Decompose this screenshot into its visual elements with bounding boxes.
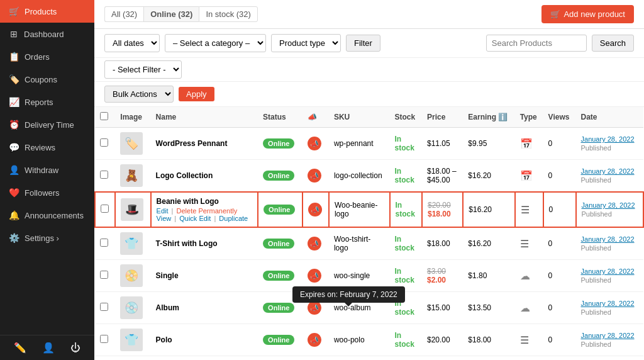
products-icon: 🛒 bbox=[9, 6, 19, 16]
product-image: 💿 bbox=[120, 296, 143, 319]
product-sku: woo-polo bbox=[329, 324, 390, 356]
sidebar-item-label: Announcements bbox=[25, 211, 84, 220]
product-price: $20.00 $18.00 bbox=[422, 192, 463, 227]
category-filter[interactable]: – Select a category – bbox=[165, 34, 266, 52]
type-icon-calendar: 📅 bbox=[520, 171, 533, 181]
select-filter[interactable]: - Select Filter - bbox=[104, 60, 182, 79]
sidebar-item-label: Settings › bbox=[25, 233, 59, 243]
sidebar-item-settings[interactable]: ⚙️ Settings › bbox=[0, 227, 94, 249]
product-views: 0 bbox=[543, 324, 576, 356]
status-badge: Online bbox=[263, 239, 294, 249]
sidebar-item-announcements[interactable]: 🔔 Announcements bbox=[0, 204, 94, 227]
row-checkbox[interactable] bbox=[100, 335, 108, 343]
filter-button[interactable]: Filter bbox=[346, 35, 380, 52]
product-views: 0 bbox=[543, 292, 576, 324]
sidebar-item-orders[interactable]: 📋 Orders bbox=[0, 45, 94, 68]
sidebar-item-delivery-time[interactable]: ⏰ Delivery Time bbox=[0, 113, 94, 136]
sidebar-footer: ✏️ 👤 ⏻ bbox=[0, 335, 94, 360]
col-sku: SKU bbox=[329, 107, 390, 128]
expires-tooltip: Expires on: February 7, 2022 bbox=[292, 286, 405, 303]
top-bar: All (32) Online (32) In stock (32) 🛒 Add… bbox=[94, 0, 644, 29]
sidebar-item-coupons[interactable]: 🏷️ Coupons bbox=[0, 68, 94, 91]
reviews-icon: 💬 bbox=[9, 142, 19, 152]
product-date: January 28, 2022Published bbox=[576, 128, 643, 160]
stock-status: Instock bbox=[395, 267, 414, 284]
status-badge: Online bbox=[263, 138, 294, 149]
select-all-checkbox[interactable] bbox=[100, 112, 108, 120]
power-icon[interactable]: ⏻ bbox=[70, 342, 80, 354]
product-date: January 28, 2022Published bbox=[576, 192, 643, 227]
product-price: $18.00 –$45.00 bbox=[422, 160, 463, 193]
edit-link[interactable]: Edit bbox=[157, 207, 169, 215]
product-date: January 28, 2022Published bbox=[576, 227, 643, 260]
sidebar-item-label: Dashboard bbox=[24, 30, 64, 39]
tab-online[interactable]: Online (32) bbox=[143, 6, 199, 22]
row-checkbox[interactable] bbox=[100, 303, 108, 311]
delete-link[interactable]: Delete Permanently bbox=[177, 207, 238, 215]
row-checkbox[interactable] bbox=[100, 239, 108, 247]
megaphone-icon[interactable]: 📣 bbox=[308, 333, 321, 347]
product-views: 0 bbox=[543, 260, 576, 292]
megaphone-icon[interactable]: 📣 bbox=[308, 137, 321, 150]
sidebar-item-label: Reviews bbox=[25, 143, 55, 152]
type-icon-lines: ☰ bbox=[521, 205, 530, 215]
sidebar-item-followers[interactable]: ❤️ Followers bbox=[0, 181, 94, 204]
tab-all[interactable]: All (32) bbox=[104, 6, 143, 22]
reports-icon: 📈 bbox=[9, 97, 19, 107]
col-price: Price bbox=[422, 107, 463, 128]
sidebar-item-reports[interactable]: 📈 Reports bbox=[0, 91, 94, 113]
megaphone-icon[interactable]: 📣 bbox=[308, 269, 321, 283]
row-checkbox[interactable] bbox=[101, 205, 109, 213]
product-price: $20.00 bbox=[422, 324, 463, 356]
col-name: Name bbox=[151, 107, 258, 128]
row-checkbox[interactable] bbox=[100, 171, 108, 179]
bulk-actions-select[interactable]: Bulk Actions bbox=[104, 86, 174, 103]
add-icon: 🛒 bbox=[550, 9, 560, 19]
stock-status: Instock bbox=[395, 331, 414, 349]
duplicate-link[interactable]: Duplicate bbox=[219, 215, 248, 222]
row-checkbox[interactable] bbox=[100, 138, 108, 147]
sidebar-item-label: Coupons bbox=[25, 75, 57, 84]
sidebar-item-products[interactable]: 🛒 Products bbox=[0, 0, 94, 23]
col-image: Image bbox=[115, 107, 150, 128]
megaphone-icon[interactable]: 📣 bbox=[308, 203, 322, 217]
row-checkbox[interactable] bbox=[100, 271, 108, 279]
col-megaphone: 📣 bbox=[303, 107, 329, 128]
sidebar-item-label: Withdraw bbox=[25, 166, 58, 175]
status-badge: Online bbox=[263, 271, 294, 281]
product-sku: wp-pennant bbox=[329, 128, 390, 160]
status-badge: Online bbox=[263, 171, 294, 181]
view-link[interactable]: View bbox=[157, 215, 172, 222]
type-icon-cloud: ☁ bbox=[520, 303, 530, 313]
col-views: Views bbox=[543, 107, 576, 128]
search-input[interactable] bbox=[486, 35, 587, 52]
dashboard-icon: ⊞ bbox=[9, 29, 19, 39]
megaphone-icon[interactable]: 📣 bbox=[308, 237, 321, 250]
sidebar-item-reviews[interactable]: 💬 Reviews bbox=[0, 136, 94, 159]
type-icon-lines: ☰ bbox=[520, 335, 529, 346]
search-button[interactable]: Search bbox=[592, 35, 634, 52]
sidebar-item-withdraw[interactable]: 👤 Withdraw bbox=[0, 159, 94, 181]
followers-icon: ❤️ bbox=[9, 188, 19, 198]
col-earning: Earning ℹ️ bbox=[463, 107, 514, 128]
apply-button[interactable]: Apply bbox=[179, 87, 214, 101]
product-image: 🎩 bbox=[121, 198, 143, 221]
product-type-filter[interactable]: Product type bbox=[271, 34, 341, 52]
megaphone-icon[interactable]: 📣 bbox=[308, 169, 321, 183]
table-row: 👕 T-Shirt with Logo Online 📣 Woo-tshirt-… bbox=[95, 227, 643, 260]
product-name: Logo Collection bbox=[151, 160, 258, 193]
product-price: $11.05 bbox=[422, 128, 463, 160]
megaphone-icon[interactable]: 📣 bbox=[308, 301, 321, 315]
sidebar-item-label: Followers bbox=[25, 188, 60, 198]
sidebar-item-dashboard[interactable]: ⊞ Dashboard bbox=[0, 23, 94, 45]
date-filter[interactable]: All dates bbox=[104, 34, 160, 52]
quick-edit-link[interactable]: Quick Edit bbox=[179, 215, 211, 222]
user-icon[interactable]: 👤 bbox=[42, 342, 55, 354]
add-new-product-button[interactable]: 🛒 Add new product bbox=[541, 5, 634, 23]
stock-status: Instock bbox=[396, 201, 415, 218]
tab-in-stock[interactable]: In stock (32) bbox=[199, 6, 258, 22]
product-date: January 28, 2022Published bbox=[576, 292, 643, 324]
stock-status: Instock bbox=[395, 235, 414, 252]
sidebar-item-label: Delivery Time bbox=[25, 120, 74, 130]
edit-icon[interactable]: ✏️ bbox=[14, 342, 26, 354]
